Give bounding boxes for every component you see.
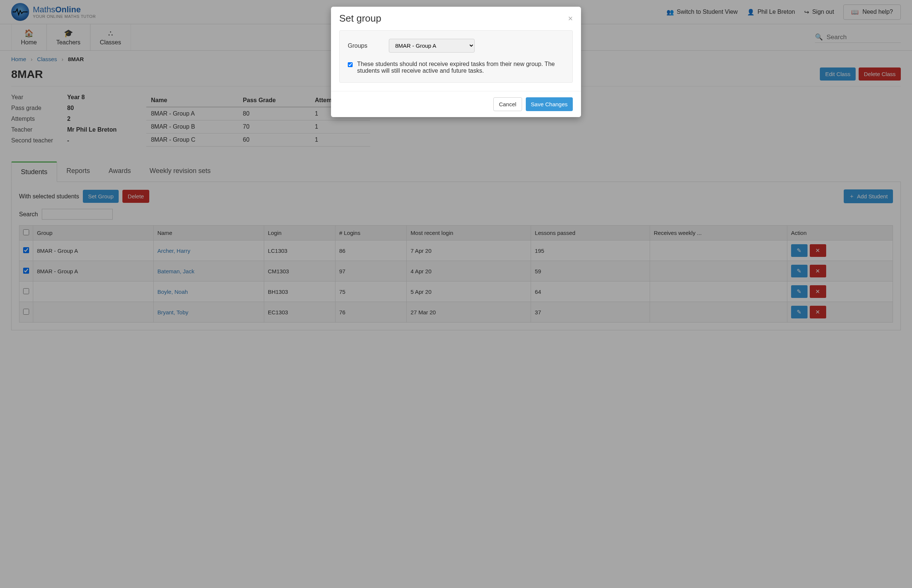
- set-group-modal: Set group × Groups 8MAR - Group A These …: [331, 7, 581, 117]
- modal-header: Set group ×: [331, 7, 581, 30]
- modal-title: Set group: [339, 13, 381, 24]
- expired-tasks-row: These students should not receive expire…: [348, 61, 564, 74]
- groups-select-label: Groups: [348, 42, 377, 49]
- cancel-button[interactable]: Cancel: [493, 97, 522, 111]
- expired-tasks-text: These students should not receive expire…: [357, 61, 564, 74]
- modal-footer: Cancel Save Changes: [331, 91, 581, 117]
- expired-tasks-checkbox[interactable]: [348, 62, 353, 67]
- groups-select[interactable]: 8MAR - Group A: [389, 39, 475, 53]
- groups-form-row: Groups 8MAR - Group A: [348, 39, 564, 53]
- close-icon[interactable]: ×: [568, 14, 573, 24]
- save-changes-button[interactable]: Save Changes: [526, 97, 573, 111]
- modal-wellbox: Groups 8MAR - Group A These students sho…: [339, 30, 573, 83]
- modal-body: Groups 8MAR - Group A These students sho…: [331, 30, 581, 91]
